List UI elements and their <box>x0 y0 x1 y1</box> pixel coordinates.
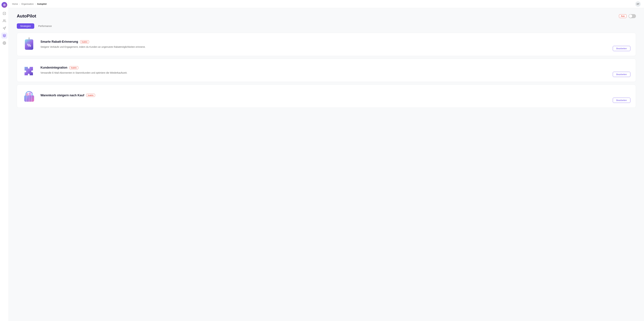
tab-performance[interactable]: Performance <box>35 23 55 29</box>
sidebar-item-tasks[interactable] <box>1 11 8 17</box>
card-title-0: Smarte Rabatt-Erinnerung <box>40 40 78 44</box>
content-area: AutoPilot Aus Strategien Performance <box>9 8 644 321</box>
page-title: AutoPilot <box>17 14 36 19</box>
card-desc-1: Verwandle E-Mail-Abonnenten in Stammkund… <box>40 71 608 75</box>
svg-rect-13 <box>26 93 28 96</box>
tab-group: Strategien Performance <box>17 23 636 29</box>
card-title-row-1: Kundenintegration Inaktiv <box>40 66 608 69</box>
card-icon-2 <box>22 89 36 103</box>
card-title-row-2: Warenkorb steigern nach Kauf Inaktiv <box>40 94 608 97</box>
svg-rect-14 <box>29 92 31 96</box>
sidebar-item-megaphone[interactable] <box>1 25 8 31</box>
sidebar-item-settings[interactable] <box>1 40 8 46</box>
bearbeiten-button-0[interactable]: Bearbeiten <box>613 46 630 51</box>
strategy-card-0: % Smarte Rabatt-Erinnerung Inaktiv Steig… <box>17 33 636 56</box>
card-body-2: Warenkorb steigern nach Kauf Inaktiv <box>40 94 608 99</box>
svg-point-6 <box>28 38 30 39</box>
card-action-0: Bearbeiten <box>613 46 630 51</box>
breadcrumb-home[interactable]: Home <box>12 3 18 5</box>
page-header: AutoPilot Aus <box>17 14 636 19</box>
bearbeiten-button-2[interactable]: Bearbeiten <box>613 98 630 103</box>
card-status-1: Inaktiv <box>69 66 78 69</box>
autopilot-toggle[interactable] <box>628 14 636 18</box>
card-action-1: Bearbeiten <box>613 72 630 77</box>
breadcrumb-organisation[interactable]: Organisation <box>21 3 34 5</box>
card-title-row-0: Smarte Rabatt-Erinnerung Inaktiv <box>40 40 608 44</box>
breadcrumb-sep-2: › <box>35 3 36 5</box>
card-status-2: Inaktiv <box>86 94 95 97</box>
breadcrumb-sep-1: › <box>19 3 20 5</box>
sidebar-item-autopilot[interactable] <box>1 33 8 39</box>
svg-point-4 <box>4 43 5 44</box>
card-body-1: Kundenintegration Inaktiv Verwandle E-Ma… <box>40 66 608 75</box>
svg-point-1 <box>4 5 4 6</box>
sidebar <box>0 0 9 321</box>
strategy-card-2: Warenkorb steigern nach Kauf Inaktiv Bea… <box>17 85 636 108</box>
svg-point-0 <box>3 4 6 7</box>
strategy-card-1: Kundenintegration Inaktiv Verwandle E-Ma… <box>17 59 636 82</box>
header-controls: Aus <box>619 14 636 18</box>
main-area: Home › Organisation › Autopilot OT AutoP… <box>9 0 644 321</box>
svg-rect-15 <box>31 93 33 96</box>
breadcrumb-current: Autopilot <box>37 3 46 5</box>
tab-strategien[interactable]: Strategien <box>17 23 34 29</box>
svg-text:%: % <box>27 43 31 48</box>
card-status-0: Inaktiv <box>80 40 89 43</box>
card-desc-0: Steigere Verkäufe und Engagement, indem … <box>40 45 608 49</box>
card-title-1: Kundenintegration <box>40 66 67 69</box>
svg-point-3 <box>3 20 4 21</box>
app-logo[interactable] <box>2 2 7 8</box>
card-icon-0: % <box>22 38 36 51</box>
status-badge: Aus <box>619 14 626 18</box>
card-icon-1 <box>22 64 36 77</box>
sidebar-item-users[interactable] <box>1 18 8 24</box>
bearbeiten-button-1[interactable]: Bearbeiten <box>613 72 630 77</box>
card-title-2: Warenkorb steigern nach Kauf <box>40 94 84 97</box>
card-action-2: Bearbeiten <box>613 98 630 103</box>
user-avatar[interactable]: OT <box>635 1 641 7</box>
topbar: Home › Organisation › Autopilot OT <box>9 0 644 8</box>
card-body-0: Smarte Rabatt-Erinnerung Inaktiv Steiger… <box>40 40 608 49</box>
